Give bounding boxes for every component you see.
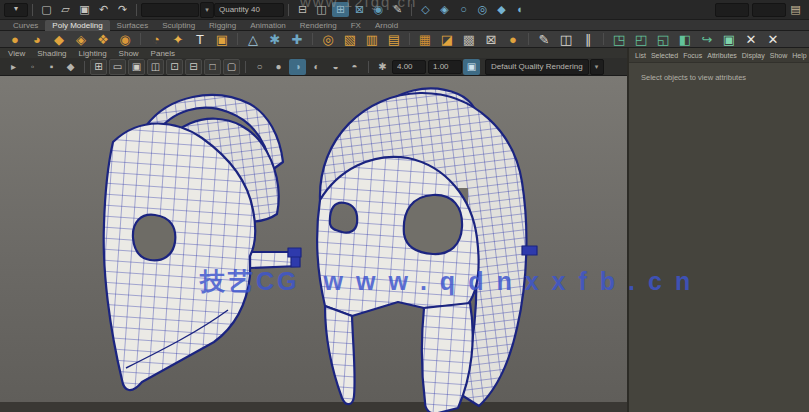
menu-panels[interactable]: Panels	[151, 49, 175, 58]
delete-edge-icon[interactable]: ✕	[763, 31, 783, 47]
snap-grid-icon[interactable]: ◇	[417, 2, 434, 17]
workspace-field-b[interactable]	[752, 3, 786, 17]
menu-show[interactable]: Show	[119, 49, 139, 58]
shadows-toggle-icon[interactable]: ◒	[327, 59, 344, 75]
open-scene-icon[interactable]: ▱	[57, 2, 74, 17]
pmenu-focus[interactable]: Focus	[683, 52, 702, 59]
snap-view-icon[interactable]: ◆	[493, 2, 510, 17]
poly-merge-icon[interactable]: ↪	[697, 31, 717, 47]
gate-mask-toggle-icon[interactable]: ◫	[147, 59, 164, 75]
save-scene-icon[interactable]: ▣	[76, 2, 93, 17]
sphere-wire-primitive-icon[interactable]: ◕	[27, 31, 47, 47]
select-camera-icon[interactable]: ▸	[5, 59, 22, 75]
grid-toggle-icon[interactable]: ⊞	[90, 59, 107, 75]
cube-stack-tool-icon[interactable]: ▥	[362, 31, 382, 47]
renderer-dropdown-caret[interactable]: ▾	[590, 59, 604, 75]
poly-mirror-window-icon[interactable]: ▣	[719, 31, 739, 47]
ao-toggle-icon[interactable]: ◓	[346, 59, 363, 75]
menu-lighting[interactable]: Lighting	[79, 49, 107, 58]
poly-bridge-icon[interactable]: ◱	[653, 31, 673, 47]
perspective-viewport[interactable]: 技艺CGwww.qdnxxfb.cn	[0, 76, 627, 412]
measure-tool-icon[interactable]: △	[243, 31, 263, 47]
workspace-field-a[interactable]	[715, 3, 749, 17]
checker-toggle-icon[interactable]: ▩	[459, 31, 479, 47]
tab-surfaces[interactable]: Surfaces	[110, 20, 156, 31]
pmenu-show[interactable]: Show	[770, 52, 788, 59]
pmenu-attributes[interactable]: Attributes	[707, 52, 737, 59]
sphere-primitive-icon[interactable]: ●	[5, 31, 25, 47]
gamma-field[interactable]	[428, 60, 462, 74]
safe-title-toggle-icon[interactable]: ⊟	[185, 59, 202, 75]
lattice-tool-icon[interactable]: ▦	[415, 31, 435, 47]
camera-attributes-icon[interactable]: ▪	[43, 59, 60, 75]
text-tool-icon[interactable]: T	[190, 31, 210, 47]
image-plane-tool-icon[interactable]: ▣	[212, 31, 232, 47]
redo-icon[interactable]: ↷	[114, 2, 131, 17]
use-lights-toggle-icon[interactable]: ◐	[308, 59, 325, 75]
tab-animation[interactable]: Animation	[243, 20, 293, 31]
tab-poly-modeling[interactable]: Poly Modeling	[45, 20, 109, 31]
menu-shading[interactable]: Shading	[37, 49, 66, 58]
star-tool-icon[interactable]: ✦	[168, 31, 188, 47]
safe-action-toggle-icon[interactable]: ⊡	[166, 59, 183, 75]
diamond-outline-primitive-icon[interactable]: ◈	[71, 31, 91, 47]
frame-selection-icon[interactable]: ▢	[223, 59, 240, 75]
renderer-dropdown[interactable]: Default Quality Rendering	[485, 59, 589, 75]
xray-toggle-icon[interactable]: ⊠	[481, 31, 501, 47]
pmenu-display[interactable]: Display	[742, 52, 765, 59]
pmenu-list[interactable]: List	[635, 52, 646, 59]
shaded-mode-icon[interactable]: ●	[270, 59, 287, 75]
poly-cube-smooth-icon[interactable]: ◧	[675, 31, 695, 47]
lock-camera-icon[interactable]: ◦	[24, 59, 41, 75]
ball-primitive-icon[interactable]: ●	[503, 31, 523, 47]
film-gate-toggle-icon[interactable]: ▭	[109, 59, 126, 75]
snap-plane-icon[interactable]: ◎	[474, 2, 491, 17]
tab-curves[interactable]: Curves	[6, 20, 45, 31]
tab-rigging[interactable]: Rigging	[202, 20, 243, 31]
textured-mode-icon[interactable]: ◑	[289, 59, 306, 75]
scene-menu-dropdown[interactable]: ▾	[4, 3, 28, 17]
tab-sculpting[interactable]: Sculpting	[155, 20, 202, 31]
right-helmet-model[interactable]	[288, 88, 537, 412]
disc-primitive-icon[interactable]: ◉	[115, 31, 135, 47]
frame-all-icon[interactable]: □	[204, 59, 221, 75]
joint-tool-icon[interactable]: ✚	[287, 31, 307, 47]
make-live-icon[interactable]: ◐	[512, 2, 529, 17]
menu-view[interactable]: View	[8, 49, 25, 58]
torus-primitive-icon[interactable]: ◎	[318, 31, 338, 47]
display-settings-gear-icon[interactable]: ✱	[374, 59, 391, 75]
poly-extrude-icon[interactable]: ◳	[609, 31, 629, 47]
circle-curve-tool-icon[interactable]: ◔	[146, 31, 166, 47]
plane-primitive-icon[interactable]: ▤	[384, 31, 404, 47]
viewport-renderer-icon[interactable]: ▣	[463, 59, 480, 75]
attribute-editor-panel: ListSelectedFocusAttributesDisplayShowHe…	[627, 48, 809, 412]
pmenu-help[interactable]: Help	[792, 52, 806, 59]
cube-primitive-icon[interactable]: ▧	[340, 31, 360, 47]
quad-arrow-tool-icon[interactable]: ❖	[93, 31, 113, 47]
split-view-toggle-icon[interactable]: ∥	[578, 31, 598, 47]
bookmark-icon[interactable]: ◆	[62, 59, 79, 75]
locator-tool-icon[interactable]: ✱	[265, 31, 285, 47]
wireframe-mode-icon[interactable]: ○	[251, 59, 268, 75]
exposure-field[interactable]	[392, 60, 426, 74]
undo-icon[interactable]: ↶	[95, 2, 112, 17]
diamond-primitive-icon[interactable]: ◆	[49, 31, 69, 47]
pmenu-selected[interactable]: Selected	[651, 52, 678, 59]
pencil-curve-tool-icon[interactable]: ✎	[534, 31, 554, 47]
quick-select-field[interactable]	[214, 3, 284, 17]
multi-cut-icon[interactable]: ✕	[741, 31, 761, 47]
tab-fx[interactable]: FX	[344, 20, 368, 31]
wedge-tool-icon[interactable]: ◪	[437, 31, 457, 47]
tab-rendering[interactable]: Rendering	[293, 20, 344, 31]
help-book-icon[interactable]: ▤	[787, 2, 804, 17]
snap-curve-icon[interactable]: ◈	[436, 2, 453, 17]
resolution-gate-toggle-icon[interactable]: ▣	[128, 59, 145, 75]
new-scene-icon[interactable]: ▢	[38, 2, 55, 17]
selection-name-field[interactable]	[141, 3, 199, 17]
two-pane-toggle-icon[interactable]: ◫	[556, 31, 576, 47]
left-helmet-model[interactable]	[104, 95, 300, 390]
tab-arnold[interactable]: Arnold	[368, 20, 405, 31]
snap-point-icon[interactable]: ○	[455, 2, 472, 17]
selection-name-caret[interactable]: ▾	[200, 2, 214, 18]
poly-bevel-icon[interactable]: ◰	[631, 31, 651, 47]
